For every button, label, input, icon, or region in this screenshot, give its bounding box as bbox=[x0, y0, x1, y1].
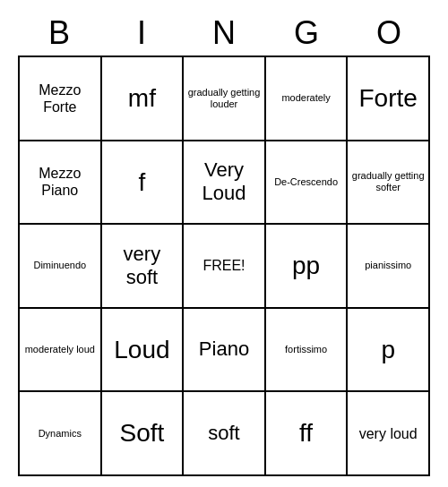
bingo-cell-4: Forte bbox=[348, 57, 430, 141]
cell-text-8: De-Crescendo bbox=[274, 176, 338, 188]
cell-text-20: Dynamics bbox=[39, 428, 82, 440]
cell-text-6: f bbox=[139, 167, 146, 198]
bingo-cell-2: gradually getting louder bbox=[184, 57, 266, 141]
bingo-cell-8: De-Crescendo bbox=[266, 141, 349, 226]
header-letter-i: I bbox=[100, 11, 183, 56]
bingo-cell-12: FREE! bbox=[184, 225, 266, 309]
cell-text-9: gradually getting softer bbox=[351, 170, 425, 193]
bingo-cell-5: Mezzo Piano bbox=[20, 141, 102, 226]
bingo-cell-22: soft bbox=[184, 392, 266, 476]
cell-text-23: ff bbox=[299, 418, 313, 449]
bingo-cell-11: very soft bbox=[102, 225, 185, 309]
cell-text-18: fortissimo bbox=[285, 344, 327, 355]
cell-text-4: Forte bbox=[359, 83, 418, 114]
cell-text-15: moderately loud bbox=[25, 344, 95, 355]
cell-text-24: very loud bbox=[359, 425, 418, 442]
bingo-grid: Mezzo Fortemfgradually getting loudermod… bbox=[18, 56, 430, 476]
cell-text-21: Soft bbox=[119, 418, 164, 449]
bingo-cell-9: gradually getting softer bbox=[348, 141, 430, 226]
bingo-cell-14: pianissimo bbox=[348, 225, 430, 309]
bingo-cell-1: mf bbox=[102, 57, 185, 141]
cell-text-1: mf bbox=[128, 83, 156, 114]
bingo-cell-0: Mezzo Forte bbox=[20, 57, 102, 141]
cell-text-13: pp bbox=[292, 251, 320, 281]
cell-text-19: p bbox=[381, 335, 395, 365]
cell-text-7: Very Loud bbox=[187, 158, 261, 206]
bingo-cell-3: moderately bbox=[266, 57, 349, 141]
bingo-header: BINGO bbox=[18, 11, 430, 56]
cell-text-2: gradually getting louder bbox=[187, 87, 261, 110]
bingo-cell-18: fortissimo bbox=[266, 309, 349, 393]
cell-text-16: Loud bbox=[114, 335, 169, 365]
cell-text-17: Piano bbox=[199, 337, 249, 361]
bingo-cell-7: Very Loud bbox=[184, 141, 266, 226]
bingo-cell-10: Diminuendo bbox=[20, 225, 102, 309]
bingo-cell-17: Piano bbox=[184, 309, 266, 393]
bingo-cell-19: p bbox=[348, 309, 430, 393]
cell-text-14: pianissimo bbox=[365, 260, 411, 271]
bingo-cell-20: Dynamics bbox=[20, 392, 102, 476]
bingo-cell-21: Soft bbox=[102, 392, 185, 476]
bingo-cell-15: moderately loud bbox=[20, 309, 102, 393]
bingo-cell-16: Loud bbox=[102, 309, 185, 393]
bingo-cell-24: very loud bbox=[348, 392, 430, 476]
header-letter-o: O bbox=[348, 11, 430, 56]
cell-text-22: soft bbox=[208, 422, 239, 445]
cell-text-10: Diminuendo bbox=[33, 260, 86, 271]
bingo-cell-6: f bbox=[102, 141, 185, 226]
cell-text-0: Mezzo Forte bbox=[23, 81, 97, 115]
cell-text-11: very soft bbox=[106, 243, 179, 290]
header-letter-g: G bbox=[265, 11, 348, 56]
bingo-card: BINGO Mezzo Fortemfgradually getting lou… bbox=[18, 11, 430, 476]
header-letter-n: N bbox=[183, 11, 265, 56]
bingo-cell-13: pp bbox=[266, 225, 349, 309]
cell-text-12: FREE! bbox=[202, 257, 245, 274]
header-letter-b: B bbox=[18, 11, 100, 56]
bingo-cell-23: ff bbox=[266, 392, 349, 476]
cell-text-5: Mezzo Piano bbox=[23, 165, 97, 199]
cell-text-3: moderately bbox=[281, 92, 330, 104]
